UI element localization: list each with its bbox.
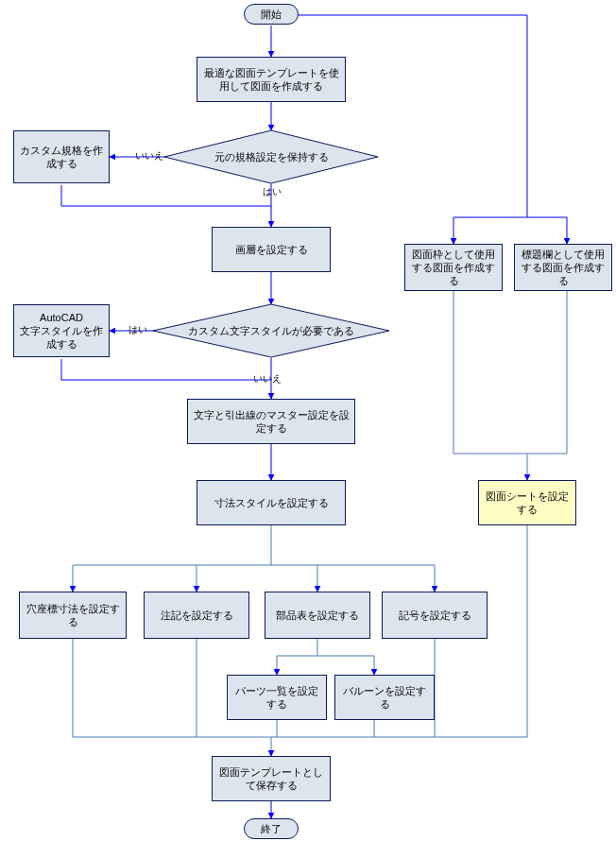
edge-label-yes-1: はい bbox=[263, 185, 282, 198]
node-layers: 画層を設定する bbox=[212, 227, 331, 272]
node-notes: 注記を設定する bbox=[144, 592, 249, 639]
edge-label-no-1: いいえ bbox=[135, 149, 163, 163]
decision-keep-spec: 元の規格設定を保持する bbox=[164, 130, 378, 183]
node-parts-list-config: 部品表を設定する bbox=[265, 592, 370, 639]
node-sheet-config: 図面シートを設定する bbox=[478, 480, 576, 525]
edge-label-no-2: いいえ bbox=[253, 372, 282, 386]
terminator-start: 開始 bbox=[244, 4, 299, 25]
flowchart-canvas: 開始 終了 最適な図面テンプレートを使用して図面を作成する 元の規格設定を保持す… bbox=[0, 0, 616, 841]
node-symbols: 記号を設定する bbox=[382, 592, 488, 639]
terminator-end-label: 終了 bbox=[261, 822, 282, 835]
terminator-start-label: 開始 bbox=[261, 8, 282, 21]
node-hole-coord: 穴座標寸法を設定する bbox=[19, 592, 127, 639]
node-save-template: 図面テンプレートとして保存する bbox=[212, 756, 331, 801]
node-create-drawing: 最適な図面テンプレートを使用して図面を作成する bbox=[197, 57, 346, 102]
node-dimension-style: 寸法スタイルを設定する bbox=[197, 480, 346, 525]
decision-custom-text: カスタム文字スタイルが必要である bbox=[153, 304, 389, 357]
node-text-leader: 文字と引出線のマスター設定を設定する bbox=[187, 399, 355, 444]
node-title-block: 標題欄として使用する図面を作成する bbox=[514, 244, 612, 291]
node-autocad-text: AutoCAD 文字スタイルを作成する bbox=[13, 304, 110, 357]
node-parts-list: パーツ一覧を設定する bbox=[227, 675, 327, 720]
node-balloon: バルーンを設定する bbox=[334, 675, 435, 720]
edge-label-yes-2: はい bbox=[128, 323, 147, 336]
node-custom-spec: カスタム規格を作成する bbox=[13, 130, 110, 183]
terminator-end: 終了 bbox=[244, 818, 299, 839]
node-drawing-frame: 図面枠として使用する図面を作成する bbox=[404, 244, 503, 291]
